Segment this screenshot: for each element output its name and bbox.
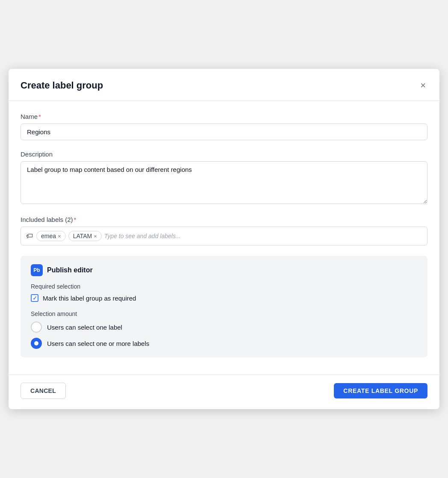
checkmark-icon: ✓ xyxy=(32,295,37,301)
label-tag-icon: 🏷 xyxy=(26,232,33,240)
labels-input-container[interactable]: 🏷 emea × LATAM × Type to see and add lab… xyxy=(21,227,427,245)
dialog-footer: CANCEL CREATE LABEL GROUP xyxy=(9,375,439,409)
radio-multiple-label: Users can select one or more labels xyxy=(47,340,149,347)
publish-editor-section: Pb Publish editor Required selection ✓ M… xyxy=(21,256,427,357)
remove-emea-button[interactable]: × xyxy=(58,233,61,239)
required-checkbox-row: ✓ Mark this label group as required xyxy=(31,294,417,302)
radio-row-single: Users can select one label xyxy=(31,322,417,333)
cancel-button[interactable]: CANCEL xyxy=(21,383,66,399)
description-field-group: Description Label group to map content b… xyxy=(21,150,427,206)
label-tag-emea: emea × xyxy=(36,231,66,241)
required-checkbox[interactable]: ✓ xyxy=(31,294,38,302)
radio-multiple-inner xyxy=(34,341,38,345)
radio-group: Users can select one label Users can sel… xyxy=(31,322,417,349)
remove-latam-button[interactable]: × xyxy=(94,233,97,239)
required-star: * xyxy=(38,113,41,120)
selection-amount-label: Selection amount xyxy=(31,310,417,317)
publish-editor-header: Pb Publish editor xyxy=(31,264,417,276)
close-button[interactable]: × xyxy=(419,79,427,92)
create-label-group-dialog: Create label group × Name* Description L… xyxy=(9,69,439,409)
included-labels-label: Included labels (2)* xyxy=(21,216,427,223)
dialog-header: Create label group × xyxy=(9,69,439,101)
dialog-title: Create label group xyxy=(21,80,103,91)
labels-placeholder: Type to see and add labels... xyxy=(104,233,181,239)
description-label: Description xyxy=(21,150,427,158)
radio-single[interactable] xyxy=(31,322,42,333)
publish-editor-title: Publish editor xyxy=(47,266,93,274)
create-label-group-button[interactable]: CREATE LABEL GROUP xyxy=(334,383,427,398)
required-labels-star: * xyxy=(74,216,77,223)
radio-single-label: Users can select one label xyxy=(47,324,122,331)
included-labels-group: Included labels (2)* 🏷 emea × LATAM × Ty… xyxy=(21,216,427,245)
required-selection-label: Required selection xyxy=(31,283,417,290)
required-checkbox-label: Mark this label group as required xyxy=(43,295,136,302)
description-textarea[interactable]: Label group to map content based on our … xyxy=(21,161,427,204)
radio-row-multiple: Users can select one or more labels xyxy=(31,338,417,349)
label-tag-latam: LATAM × xyxy=(68,231,102,241)
name-input[interactable] xyxy=(21,124,427,140)
publish-editor-icon: Pb xyxy=(31,264,43,276)
name-field-group: Name* xyxy=(21,113,427,140)
dialog-body: Name* Description Label group to map con… xyxy=(9,101,439,375)
name-label: Name* xyxy=(21,113,427,120)
radio-multiple[interactable] xyxy=(31,338,42,349)
